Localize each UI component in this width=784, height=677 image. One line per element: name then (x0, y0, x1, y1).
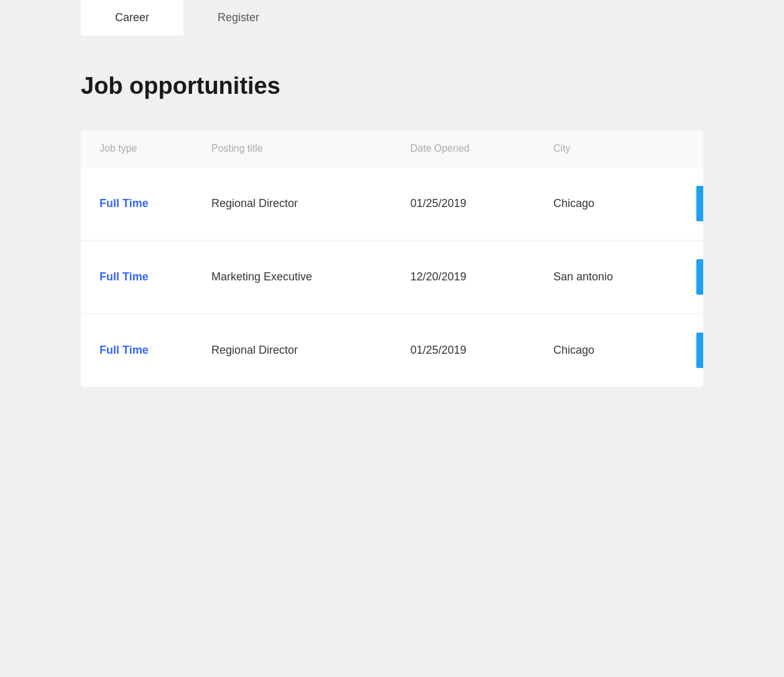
job-type-2: Full Time (99, 270, 211, 283)
page-title: Job opportunities (81, 73, 703, 99)
job-type-1: Full Time (99, 197, 211, 210)
city-1: Chicago (553, 197, 696, 210)
tab-career[interactable]: Career (81, 0, 183, 35)
header-posting-title: Posting title (211, 143, 410, 154)
table-row: Full Time Marketing Executive 12/20/2019… (81, 240, 703, 313)
posting-title-2: Marketing Executive (211, 270, 410, 283)
main-content: Job opportunities Job type Posting title… (0, 35, 784, 424)
date-opened-3: 01/25/2019 (410, 344, 553, 357)
posting-title-1: Regional Director (211, 197, 410, 210)
table-row: Full Time Regional Director 01/25/2019 C… (81, 167, 703, 240)
city-2: San antonio (553, 270, 696, 283)
apply-button-2[interactable]: Apply (696, 259, 703, 295)
apply-button-3[interactable]: Apply (696, 333, 703, 368)
header-city: City (553, 143, 696, 154)
tab-register[interactable]: Register (183, 0, 293, 35)
date-opened-2: 12/20/2019 (410, 270, 553, 283)
table-header: Job type Posting title Date Opened City (81, 131, 703, 167)
table-row: Full Time Regional Director 01/25/2019 C… (81, 313, 703, 387)
date-opened-1: 01/25/2019 (410, 197, 553, 210)
apply-button-1[interactable]: Apply (696, 186, 703, 221)
tabs-container: Career Register (81, 0, 784, 35)
posting-title-3: Regional Director (211, 344, 410, 357)
job-table: Job type Posting title Date Opened City … (81, 131, 703, 387)
job-type-3: Full Time (99, 344, 211, 357)
city-3: Chicago (553, 344, 696, 357)
header-date-opened: Date Opened (410, 143, 553, 154)
header-job-type: Job type (99, 143, 211, 154)
